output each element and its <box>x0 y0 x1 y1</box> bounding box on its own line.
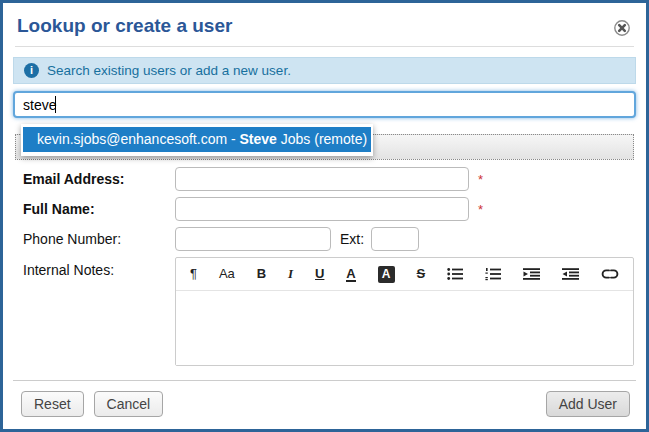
autocomplete-suggestion[interactable]: kevin.sjobs@enhancesoft.com - Steve Jobs… <box>23 127 371 152</box>
add-user-button[interactable]: Add User <box>546 391 630 417</box>
fullname-row: Full Name: * <box>23 197 634 221</box>
header-divider <box>15 46 634 47</box>
dialog-title: Lookup or create a user <box>17 15 232 36</box>
reset-button[interactable]: Reset <box>21 391 84 417</box>
info-banner: i Search existing users or add a new use… <box>13 57 636 84</box>
fullname-label: Full Name: <box>23 201 175 217</box>
notes-textarea[interactable] <box>176 291 633 365</box>
rich-text-editor: ¶ Aa B I U A A S <box>175 257 634 366</box>
italic-icon[interactable]: I <box>288 265 293 283</box>
create-user-form: Email Address: * Full Name: * Phone Numb… <box>23 167 634 366</box>
phone-row: Phone Number: Ext: <box>23 227 634 251</box>
phone-label: Phone Number: <box>23 231 175 247</box>
font-size-icon[interactable]: Aa <box>219 265 235 283</box>
paragraph-style-icon[interactable]: ¶ <box>190 265 197 283</box>
link-icon[interactable] <box>601 265 619 283</box>
close-icon[interactable] <box>613 19 631 37</box>
editor-toolbar: ¶ Aa B I U A A S <box>176 258 633 291</box>
email-required-marker: * <box>478 172 483 187</box>
underline-icon[interactable]: U <box>315 265 324 283</box>
user-search-input[interactable] <box>13 91 636 118</box>
info-banner-text: Search existing users or add a new user. <box>47 63 291 78</box>
suggestion-match: Steve <box>240 131 277 147</box>
text-cursor <box>55 96 56 113</box>
dialog-header: Lookup or create a user <box>3 3 646 46</box>
suggestion-email: kevin.sjobs@enhancesoft.com - <box>37 131 240 147</box>
cancel-button[interactable]: Cancel <box>94 391 164 417</box>
lookup-create-user-dialog: Lookup or create a user i Search existin… <box>0 0 649 432</box>
fullname-field[interactable] <box>175 197 469 221</box>
unordered-list-icon[interactable] <box>447 265 463 283</box>
indent-icon[interactable] <box>562 265 579 283</box>
text-color-icon[interactable]: A <box>346 266 355 282</box>
notes-label: Internal Notes: <box>23 257 175 278</box>
autocomplete-dropdown: kevin.sjobs@enhancesoft.com - Steve Jobs… <box>21 124 373 156</box>
email-field[interactable] <box>175 167 469 191</box>
ext-label: Ext: <box>340 231 364 247</box>
email-row: Email Address: * <box>23 167 634 191</box>
email-label: Email Address: <box>23 171 175 187</box>
fullname-required-marker: * <box>478 202 483 217</box>
outdent-icon[interactable] <box>523 265 540 283</box>
ext-field[interactable] <box>371 227 419 251</box>
suggestion-rest: Jobs (remote) <box>277 131 367 147</box>
notes-row: Internal Notes: ¶ Aa B I U A A S <box>23 257 634 366</box>
phone-field[interactable] <box>175 227 331 251</box>
bold-icon[interactable]: B <box>257 265 266 283</box>
dialog-footer: Reset Cancel Add User <box>3 381 646 417</box>
info-icon: i <box>24 63 39 78</box>
ordered-list-icon[interactable] <box>485 265 501 283</box>
strikethrough-icon[interactable]: S <box>417 265 426 283</box>
highlight-color-icon[interactable]: A <box>378 266 395 283</box>
search-field-wrap <box>13 91 636 118</box>
